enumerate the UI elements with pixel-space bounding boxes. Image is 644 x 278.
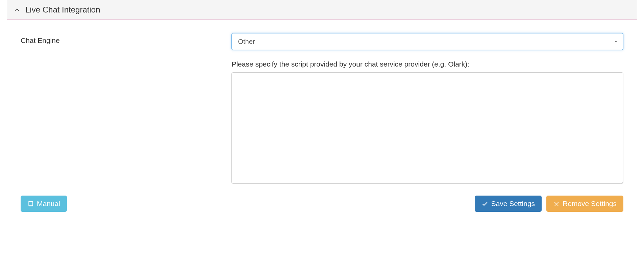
panel-header[interactable]: Live Chat Integration xyxy=(7,0,637,20)
footer-right: Save Settings Remove Settings xyxy=(475,196,623,212)
script-textarea[interactable] xyxy=(231,72,623,184)
script-label-col xyxy=(21,60,231,64)
footer-row: Manual Save Settings Remove Settings xyxy=(21,196,623,212)
save-settings-label: Save Settings xyxy=(491,200,535,208)
panel-title: Live Chat Integration xyxy=(25,5,100,15)
book-icon xyxy=(27,200,34,207)
chevron-up-icon xyxy=(14,7,20,13)
script-label: Please specify the script provided by yo… xyxy=(231,60,623,68)
chat-engine-control-col: Other xyxy=(231,33,623,50)
save-settings-button[interactable]: Save Settings xyxy=(475,196,542,212)
manual-button-label: Manual xyxy=(37,200,60,208)
manual-button[interactable]: Manual xyxy=(21,196,67,212)
remove-settings-button[interactable]: Remove Settings xyxy=(546,196,623,212)
chat-engine-label: Chat Engine xyxy=(21,36,60,44)
chat-engine-select[interactable]: Other xyxy=(231,33,623,50)
footer-left: Manual xyxy=(21,196,67,212)
panel-body: Chat Engine Other Please specify the scr… xyxy=(7,20,637,222)
remove-settings-label: Remove Settings xyxy=(563,200,617,208)
check-icon xyxy=(481,200,488,207)
chat-engine-row: Chat Engine Other xyxy=(21,33,623,50)
script-row: Please specify the script provided by yo… xyxy=(21,60,623,185)
chat-engine-label-col: Chat Engine xyxy=(21,33,231,45)
script-control-col: Please specify the script provided by yo… xyxy=(231,60,623,185)
live-chat-panel: Live Chat Integration Chat Engine Other … xyxy=(7,0,637,222)
close-icon xyxy=(553,200,560,207)
